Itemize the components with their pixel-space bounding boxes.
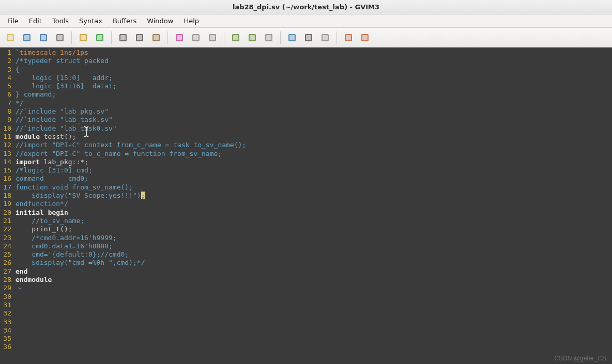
code-line[interactable]: endfunction*/ bbox=[16, 200, 612, 208]
code-line[interactable]: module tesst(); bbox=[16, 133, 612, 141]
code-line[interactable]: endmodule bbox=[16, 276, 612, 284]
svg-rect-13 bbox=[120, 35, 126, 40]
svg-rect-37 bbox=[346, 35, 351, 40]
find-replace-icon[interactable] bbox=[172, 30, 187, 45]
code-line[interactable]: `timescale 1ns/1ps bbox=[16, 49, 612, 57]
find-prev-icon[interactable] bbox=[205, 30, 220, 45]
code-line[interactable]: print_t(); bbox=[16, 225, 612, 233]
code-line[interactable]: logic [15:0] addr; bbox=[16, 74, 612, 82]
svg-rect-5 bbox=[41, 35, 46, 40]
line-number: 20 bbox=[0, 209, 11, 217]
line-number: 14 bbox=[0, 158, 11, 166]
undo-icon[interactable] bbox=[76, 30, 90, 45]
line-number: 27 bbox=[0, 267, 11, 276]
code-line[interactable]: //import "DPI-C" context from_c_name = t… bbox=[16, 141, 612, 149]
code-line[interactable]: { bbox=[16, 66, 612, 74]
menu-tools[interactable]: Tools bbox=[47, 15, 74, 26]
line-number: 7 bbox=[0, 99, 11, 107]
svg-rect-7 bbox=[57, 35, 63, 40]
line-number: 35 bbox=[0, 335, 11, 343]
code-line[interactable]: //`include "lab_task.sv" bbox=[16, 116, 612, 124]
svg-rect-29 bbox=[266, 35, 271, 40]
code-line[interactable]: cmd='{default:0};//cmd0; bbox=[16, 250, 612, 259]
code-line[interactable]: command cmd0; bbox=[16, 175, 612, 183]
code-line[interactable]: cmd0.data1=16'h8888; bbox=[16, 242, 612, 250]
empty-line-tilde: ~ bbox=[16, 284, 612, 292]
tags-icon[interactable] bbox=[318, 30, 332, 45]
svg-rect-27 bbox=[250, 35, 255, 40]
save-icon[interactable] bbox=[20, 30, 34, 45]
shell-icon[interactable] bbox=[301, 30, 316, 45]
svg-rect-19 bbox=[177, 35, 182, 40]
load-session-icon[interactable] bbox=[228, 30, 243, 45]
line-number: 24 bbox=[0, 242, 11, 250]
svg-rect-21 bbox=[193, 35, 198, 40]
window-title: lab28_dpi.sv (~/work/test_lab) - GVIM3 bbox=[233, 3, 379, 11]
code-line[interactable]: //`include "lab_pkg.sv" bbox=[16, 107, 612, 116]
code-line[interactable]: //export "DPI-C" to_c_name = function fr… bbox=[16, 150, 612, 158]
line-number: 31 bbox=[0, 301, 11, 309]
menu-syntax[interactable]: Syntax bbox=[74, 15, 108, 26]
editor-area[interactable]: 1234567891011121314151617181920212223242… bbox=[0, 48, 612, 364]
code-line[interactable]: /*cmd0.addr=16'h9999; bbox=[16, 234, 612, 242]
code-line[interactable]: logic [31:16] data1; bbox=[16, 82, 612, 90]
save-session-icon[interactable] bbox=[245, 30, 259, 45]
toolbar-separator bbox=[224, 31, 224, 44]
find-next-icon[interactable] bbox=[189, 30, 203, 45]
line-number: 26 bbox=[0, 259, 11, 267]
open-icon[interactable] bbox=[3, 30, 18, 45]
line-number: 6 bbox=[0, 90, 11, 99]
svg-rect-25 bbox=[233, 35, 238, 40]
svg-rect-9 bbox=[81, 35, 86, 40]
code-line[interactable]: initial begin bbox=[16, 209, 612, 217]
svg-rect-17 bbox=[154, 35, 159, 40]
menu-help[interactable]: Help bbox=[178, 15, 204, 26]
line-number: 32 bbox=[0, 309, 11, 318]
line-number: 17 bbox=[0, 183, 11, 192]
help-icon[interactable] bbox=[341, 30, 356, 45]
line-number: 15 bbox=[0, 166, 11, 175]
code-line[interactable]: $display("SV Scope:yes!!!"); bbox=[16, 192, 612, 200]
save-all-icon[interactable] bbox=[36, 30, 51, 45]
code-line[interactable]: end bbox=[16, 267, 612, 276]
copy-icon[interactable] bbox=[132, 30, 147, 45]
code-line[interactable]: } command; bbox=[16, 90, 612, 99]
menu-buffers[interactable]: Buffers bbox=[108, 15, 142, 26]
svg-rect-39 bbox=[362, 35, 368, 40]
line-number: 29 bbox=[0, 284, 11, 292]
svg-rect-33 bbox=[306, 35, 311, 40]
print-icon[interactable] bbox=[53, 30, 67, 45]
svg-rect-31 bbox=[289, 35, 295, 40]
run-script-icon[interactable] bbox=[262, 30, 276, 45]
code-line[interactable]: $display("cmd =%0h ",cmd);*/ bbox=[16, 259, 612, 267]
menu-edit[interactable]: Edit bbox=[24, 15, 47, 26]
code-content[interactable]: `timescale 1ns/1ps/*typedef struct packe… bbox=[13, 48, 612, 364]
line-number: 36 bbox=[0, 343, 11, 351]
line-number: 16 bbox=[0, 175, 11, 183]
menu-file[interactable]: File bbox=[2, 15, 24, 26]
code-line[interactable]: /*typedef struct packed bbox=[16, 57, 612, 65]
line-number: 22 bbox=[0, 225, 11, 233]
svg-rect-11 bbox=[97, 35, 102, 40]
make-icon[interactable] bbox=[285, 30, 299, 45]
find-help-icon[interactable] bbox=[358, 30, 372, 45]
code-line[interactable]: /*logic [31:0] cmd; bbox=[16, 166, 612, 175]
line-number: 25 bbox=[0, 250, 11, 259]
code-line[interactable]: function void from_sv_name(); bbox=[16, 183, 612, 192]
code-line[interactable]: */ bbox=[16, 99, 612, 107]
redo-icon[interactable] bbox=[93, 30, 107, 45]
menubar: FileEditToolsSyntaxBuffersWindowHelp bbox=[0, 14, 612, 28]
paste-icon[interactable] bbox=[149, 30, 163, 45]
code-line[interactable]: //to_sv_name; bbox=[16, 217, 612, 225]
line-number: 33 bbox=[0, 318, 11, 326]
line-number: 3 bbox=[0, 66, 11, 74]
line-number: 9 bbox=[0, 116, 11, 124]
toolbar bbox=[0, 28, 612, 48]
line-number: 13 bbox=[0, 150, 11, 158]
cut-icon[interactable] bbox=[116, 30, 130, 45]
line-number: 12 bbox=[0, 141, 11, 149]
menu-window[interactable]: Window bbox=[142, 15, 178, 26]
code-line[interactable]: import lab_pkg::*; bbox=[16, 158, 612, 166]
toolbar-separator bbox=[336, 31, 337, 44]
code-line[interactable]: //`include "lab_task0.sv" bbox=[16, 124, 612, 133]
